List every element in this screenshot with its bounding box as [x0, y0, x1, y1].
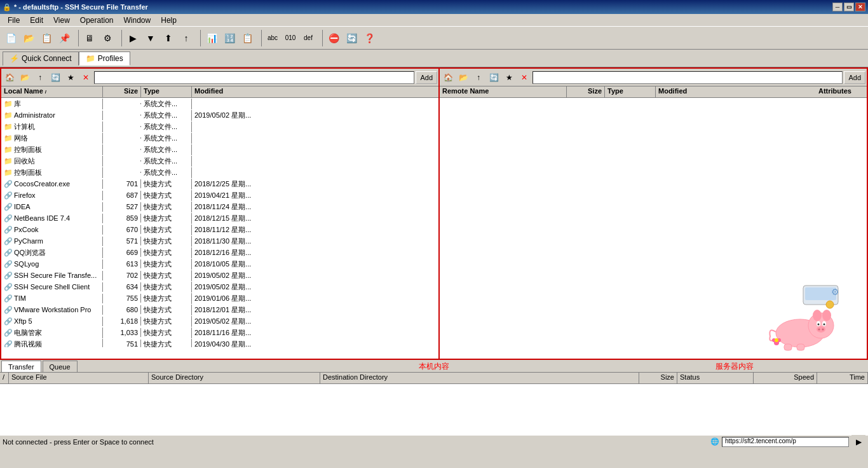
toolbar-btn12[interactable]: 🔢 — [221, 30, 238, 46]
status-btn[interactable]: ▶ — [851, 435, 865, 449]
local-file-row[interactable]: 🔗 CocosCreator.exe 701 快捷方式 2018/12/25 星… — [1, 178, 438, 189]
quick-connect-tab[interactable]: ⚡ Quick Connect — [3, 52, 79, 65]
server-content-label: 服务器内容 — [715, 361, 754, 372]
remote-file-list-header: Remote Name Size Type Modified Attribute… — [440, 86, 867, 98]
file-size — [103, 103, 141, 104]
local-delete-btn[interactable]: ✕ — [79, 71, 93, 85]
toolbar-btn6[interactable]: ⚙ — [99, 30, 116, 46]
local-file-row[interactable]: 🔗 Firefox 687 快捷方式 2019/04/21 星期... — [1, 189, 438, 201]
svg-point-19 — [775, 338, 778, 342]
toolbar-paste-btn[interactable]: 📌 — [56, 30, 72, 46]
toolbar-btn9[interactable]: ⬆ — [160, 30, 177, 46]
tcol-status[interactable]: Status — [677, 373, 754, 383]
tcol-time[interactable]: Time — [817, 373, 868, 383]
tcol-speed[interactable]: Speed — [754, 373, 817, 383]
menu-file[interactable]: File — [3, 15, 25, 26]
local-file-row[interactable]: 🔗 TIM 755 快捷方式 2019/01/06 星期... — [1, 292, 438, 304]
close-button[interactable]: ✕ — [855, 3, 865, 11]
toolbar-refresh-btn[interactable]: 🔄 — [343, 30, 360, 46]
tcol-source-file[interactable]: Source File — [9, 373, 149, 383]
toolbar-open-btn[interactable]: 📂 — [20, 30, 37, 46]
title-bar: 🔒 * - defaultsftp - SSH Secure File Tran… — [0, 0, 868, 14]
local-bookmark-btn[interactable]: ★ — [64, 71, 78, 85]
file-modified — [192, 172, 438, 173]
toolbar-stop-btn[interactable]: ⛔ — [325, 30, 342, 46]
local-file-row[interactable]: 📁 Administrator 系统文件... 2019/05/02 星期... — [1, 109, 438, 121]
local-file-row[interactable]: 🔗 腾讯视频 751 快捷方式 2019/04/30 星期... — [1, 338, 438, 347]
col-remote-size[interactable]: Size — [567, 86, 605, 97]
file-type: 快捷方式 — [141, 282, 192, 292]
local-file-row[interactable]: 🔗 PxCook 670 快捷方式 2018/11/12 星期... — [1, 224, 438, 235]
local-file-row[interactable]: 📁 网络 系统文件... — [1, 132, 438, 144]
local-file-row[interactable]: 📁 控制面板 系统文件... — [1, 167, 438, 178]
toolbar-btn16[interactable]: def — [300, 30, 316, 46]
profiles-tab[interactable]: 📁 Profiles — [79, 52, 130, 65]
toolbar-btn15[interactable]: 010 — [282, 30, 299, 46]
toolbar-help-btn[interactable]: ❓ — [361, 30, 377, 46]
col-size[interactable]: Size — [103, 86, 141, 97]
remote-home-btn[interactable]: 🏠 — [441, 71, 455, 85]
tcol-size[interactable]: Size — [639, 373, 677, 383]
toolbar-btn11[interactable]: 📊 — [203, 30, 220, 46]
tcol-source-directory[interactable]: Source Directory — [149, 373, 320, 383]
local-file-row[interactable]: 🔗 Xftp 5 1,618 快捷方式 2019/05/02 星期... — [1, 315, 438, 327]
remote-bookmark-btn[interactable]: ★ — [502, 71, 516, 85]
col-remote-attrs[interactable]: Attributes — [816, 86, 867, 97]
toolbar-copy-btn[interactable]: 📋 — [38, 30, 55, 46]
local-file-row[interactable]: 🔗 SSH Secure File Transfe... 702 快捷方式 20… — [1, 270, 438, 281]
local-file-row[interactable]: 🔗 PyCharm 571 快捷方式 2018/11/30 星期... — [1, 235, 438, 247]
local-home-btn[interactable]: 🏠 — [3, 71, 17, 85]
local-file-row[interactable]: 📁 回收站 系统文件... — [1, 155, 438, 167]
file-name: Administrator — [14, 111, 55, 119]
transfer-tab[interactable]: Transfer — [1, 361, 41, 372]
col-remote-type[interactable]: Type — [605, 86, 656, 97]
local-file-row[interactable]: 📁 控制面板 系统文件... — [1, 144, 438, 155]
col-local-name[interactable]: Local Name / — [1, 86, 103, 97]
menu-operation[interactable]: Operation — [75, 15, 119, 26]
col-remote-modified[interactable]: Modified — [656, 86, 816, 97]
toolbar-btn13[interactable]: 📋 — [239, 30, 255, 46]
toolbar-btn8[interactable]: ▼ — [142, 30, 159, 46]
local-file-row[interactable]: 🔗 IDEA 527 快捷方式 2018/11/24 星期... — [1, 201, 438, 212]
remote-placeholder: ⚙ — [440, 98, 867, 359]
local-file-row[interactable]: 🔗 SSH Secure Shell Client 634 快捷方式 2019/… — [1, 281, 438, 292]
local-file-row[interactable]: 🔗 NetBeans IDE 7.4 859 快捷方式 2018/12/15 星… — [1, 212, 438, 224]
remote-folder-btn[interactable]: 📂 — [456, 71, 470, 85]
remote-refresh-btn[interactable]: 🔄 — [487, 71, 501, 85]
col-modified[interactable]: Modified — [192, 86, 438, 97]
local-folder-btn[interactable]: 📂 — [18, 71, 32, 85]
queue-tab[interactable]: Queue — [43, 361, 78, 372]
menu-edit[interactable]: Edit — [25, 15, 48, 26]
menu-window[interactable]: Window — [119, 15, 156, 26]
local-add-button[interactable]: Add — [416, 71, 437, 84]
local-path-input[interactable] — [94, 71, 414, 84]
local-file-row[interactable]: 🔗 电脑管家 1,033 快捷方式 2018/11/16 星期... — [1, 327, 438, 338]
file-name: TIM — [14, 294, 26, 302]
col-remote-name[interactable]: Remote Name — [440, 86, 567, 97]
toolbar-btn10[interactable]: ↑ — [178, 30, 194, 46]
file-modified: 2019/05/02 星期... — [192, 316, 438, 327]
remote-add-button[interactable]: Add — [844, 71, 865, 84]
remote-path-input[interactable] — [532, 71, 843, 84]
local-file-row[interactable]: 🔗 VMware Workstation Pro 680 快捷方式 2018/1… — [1, 304, 438, 315]
local-file-row[interactable]: 📁 计算机 系统文件... — [1, 121, 438, 132]
toolbar-btn7[interactable]: ▶ — [125, 30, 141, 46]
toolbar-btn14[interactable]: abc — [264, 30, 281, 46]
minimize-button[interactable]: ─ — [832, 3, 843, 11]
remote-delete-btn[interactable]: ✕ — [517, 71, 531, 85]
toolbar-btn5[interactable]: 🖥 — [81, 30, 98, 46]
menu-view[interactable]: View — [48, 15, 75, 26]
local-up-btn[interactable]: ↑ — [33, 71, 47, 85]
svg-point-9 — [818, 324, 820, 326]
local-file-row[interactable]: 📁 库 系统文件... — [1, 98, 438, 109]
local-refresh-btn[interactable]: 🔄 — [48, 71, 62, 85]
local-file-row[interactable]: 🔗 QQ浏览器 669 快捷方式 2018/12/16 星期... — [1, 247, 438, 258]
file-modified: 2018/12/01 星期... — [192, 305, 438, 315]
col-type[interactable]: Type — [141, 86, 192, 97]
local-file-row[interactable]: 🔗 SQLyog 613 快捷方式 2018/10/05 星期... — [1, 258, 438, 270]
toolbar-new-btn[interactable]: 📄 — [3, 30, 19, 46]
menu-help[interactable]: Help — [156, 15, 182, 26]
tcol-dest-directory[interactable]: Destination Directory — [320, 373, 639, 383]
restore-button[interactable]: ▭ — [844, 3, 854, 11]
remote-up-btn[interactable]: ↑ — [471, 71, 485, 85]
